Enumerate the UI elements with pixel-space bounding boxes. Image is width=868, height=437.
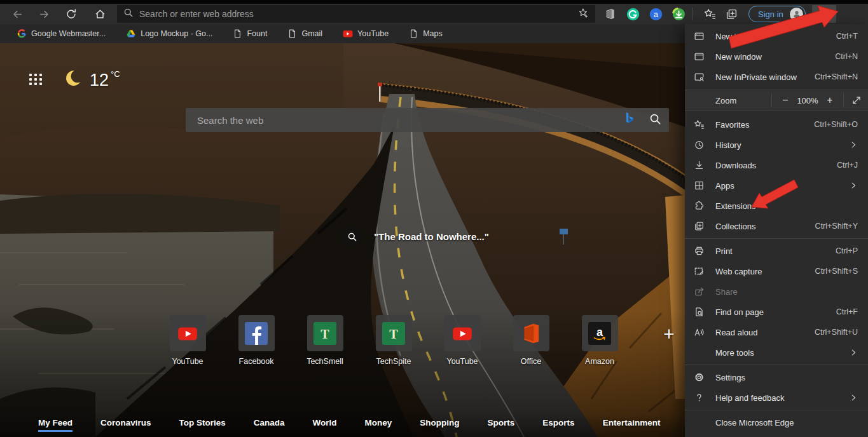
feed-tab-coronavirus[interactable]: Coronavirus xyxy=(100,418,151,432)
zoom-out-button[interactable]: − xyxy=(777,95,794,106)
feed-tab-sports[interactable]: Sports xyxy=(488,418,515,432)
apps-waffle-icon[interactable] xyxy=(29,74,43,85)
fullscreen-icon[interactable] xyxy=(851,95,862,105)
inprivate-icon xyxy=(694,72,706,82)
feed-tab-money[interactable]: Money xyxy=(365,418,392,432)
menu-item-shortcut: Ctrl+N xyxy=(835,52,858,61)
home-button[interactable] xyxy=(89,5,111,23)
sign-in-label: Sign in xyxy=(758,10,783,19)
bookmark-label: Maps xyxy=(423,29,443,38)
chevron-right-icon xyxy=(849,393,858,402)
menu-item-new-tab[interactable]: New tabCtrl+T xyxy=(685,26,868,46)
menu-item-new-inprivate-window[interactable]: New InPrivate windowCtrl+Shift+N xyxy=(685,67,868,87)
toolbar-divider xyxy=(692,8,692,20)
divider xyxy=(771,93,772,107)
menu-item-print[interactable]: PrintCtrl+P xyxy=(685,241,868,261)
a-extension-icon[interactable]: a xyxy=(649,7,663,21)
back-arrow-icon xyxy=(11,9,24,20)
browser-window: Search or enter web address a Sign in ••… xyxy=(0,0,868,437)
feed-tab-world[interactable]: World xyxy=(313,418,337,432)
zoom-label: Zoom xyxy=(715,96,766,105)
menu-item-favorites[interactable]: FavoritesCtrl+Shift+O xyxy=(685,114,868,135)
shortcut-label: Office xyxy=(521,357,541,366)
bookmark-item[interactable]: Fount xyxy=(225,27,275,41)
menu-item-downloads[interactable]: DownloadsCtrl+J xyxy=(685,155,868,175)
page-icon xyxy=(233,29,242,39)
menu-item-label: Apps xyxy=(715,181,849,191)
bookmark-item[interactable]: YouTube xyxy=(335,27,396,41)
address-bar[interactable]: Search or enter web address xyxy=(117,5,595,23)
menu-item-shortcut: Ctrl+J xyxy=(837,161,858,170)
bookmark-item[interactable]: Google Webmaster... xyxy=(9,27,113,41)
office-extension-icon[interactable] xyxy=(603,7,617,21)
google-icon xyxy=(17,29,27,39)
favorites-bar-button[interactable] xyxy=(699,5,720,23)
back-button[interactable] xyxy=(6,5,28,23)
extensions-icon xyxy=(694,201,706,211)
add-shortcut-button[interactable]: + xyxy=(659,324,679,344)
feed-tab-esports[interactable]: Esports xyxy=(542,418,574,432)
feed-tab-my-feed[interactable]: My Feed xyxy=(38,418,72,432)
bookmark-label: Logo Mockup - Go... xyxy=(141,29,212,38)
menu-item-label: History xyxy=(715,140,849,150)
menu-item-extensions[interactable]: Extensions xyxy=(685,196,868,216)
menu-item-apps[interactable]: Apps xyxy=(685,175,868,196)
bookmark-item[interactable]: Maps xyxy=(401,27,450,41)
shortcut-youtube[interactable]: YouTube xyxy=(428,315,497,366)
web-search-box[interactable]: Search the web xyxy=(186,108,669,132)
bookmark-item[interactable]: Logo Mockup - Go... xyxy=(118,27,220,41)
shortcut-office[interactable]: Office xyxy=(497,315,565,366)
svg-text:T: T xyxy=(389,326,398,340)
photo-caption[interactable]: "The Road to Nowhere..." xyxy=(341,226,489,247)
feed-tab-canada[interactable]: Canada xyxy=(254,418,285,432)
feed-tab-top-stories[interactable]: Top Stories xyxy=(179,418,226,432)
menu-item-history[interactable]: History xyxy=(685,135,868,155)
shortcut-techsmell[interactable]: TTechSmell xyxy=(291,315,359,366)
share-icon xyxy=(694,286,706,297)
settings-and-more-menu: New tabCtrl+TNew windowCtrl+NNew InPriva… xyxy=(685,24,868,437)
moon-icon xyxy=(64,69,83,90)
menu-item-read-aloud[interactable]: Read aloudCtrl+Shift+U xyxy=(685,322,868,342)
shortcut-amazon[interactable]: aAmazon xyxy=(565,315,634,366)
menu-item-share: Share xyxy=(685,281,868,302)
browser-toolbar: Search or enter web address a Sign in ••… xyxy=(0,4,868,24)
menu-item-find-on-page[interactable]: Find on pageCtrl+F xyxy=(685,302,868,322)
grammarly-extension-icon[interactable] xyxy=(626,7,640,21)
menu-item-web-capture[interactable]: Web captureCtrl+Shift+S xyxy=(685,261,868,281)
feed-tab-shopping[interactable]: Shopping xyxy=(420,418,459,432)
favorite-add-star-icon[interactable] xyxy=(578,8,589,21)
menu-item-label: Favorites xyxy=(715,120,814,130)
menu-item-more-tools[interactable]: More tools xyxy=(685,342,868,363)
settings-and-more-button[interactable]: ••• xyxy=(812,5,836,23)
idm-extension-icon[interactable] xyxy=(672,7,685,21)
weather-temperature[interactable]: 12°C xyxy=(90,69,120,90)
menu-divider xyxy=(685,365,868,365)
bookmark-label: Google Webmaster... xyxy=(31,29,106,38)
menu-item-settings[interactable]: Settings xyxy=(685,367,868,387)
search-icon[interactable] xyxy=(649,113,661,128)
menu-item-help-and-feedback[interactable]: Help and feedback xyxy=(685,387,868,408)
menu-item-label: Extensions xyxy=(715,201,858,211)
sign-in-button[interactable]: Sign in xyxy=(748,6,806,22)
search-icon[interactable] xyxy=(341,226,362,247)
shortcut-techspite[interactable]: TTechSpite xyxy=(359,315,428,366)
forward-button[interactable] xyxy=(33,5,55,23)
feed-tab-entertainment[interactable]: Entertainment xyxy=(603,418,661,432)
ellipsis-icon: ••• xyxy=(818,10,830,19)
help-icon xyxy=(694,393,706,403)
shortcut-label: TechSmell xyxy=(307,357,343,366)
menu-item-close-microsoft-edge[interactable]: Close Microsoft Edge xyxy=(685,412,868,433)
svg-text:a: a xyxy=(596,326,603,339)
zoom-in-button[interactable]: + xyxy=(822,95,838,106)
shortcut-youtube[interactable]: YouTube xyxy=(153,315,222,366)
no-icon xyxy=(694,347,706,358)
menu-item-collections[interactable]: CollectionsCtrl+Shift+Y xyxy=(685,216,868,236)
favorites-bar-icon xyxy=(704,8,716,20)
menu-item-shortcut: Ctrl+Shift+S xyxy=(815,267,858,276)
bookmark-item[interactable]: Gmail xyxy=(280,27,330,41)
shortcut-facebook[interactable]: Facebook xyxy=(222,315,291,366)
collections-button[interactable] xyxy=(720,5,742,23)
refresh-button[interactable] xyxy=(60,5,82,23)
menu-item-new-window[interactable]: New windowCtrl+N xyxy=(685,46,868,67)
favorites-icon xyxy=(694,119,706,130)
